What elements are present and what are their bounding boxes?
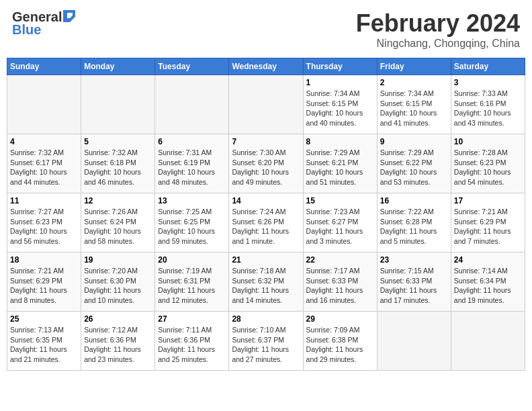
day-number: 10 — [454, 137, 522, 146]
calendar-cell: 4Sunrise: 7:32 AM Sunset: 6:17 PM Daylig… — [7, 134, 81, 193]
calendar-cell: 28Sunrise: 7:10 AM Sunset: 6:37 PM Dayli… — [229, 312, 303, 371]
day-number: 18 — [10, 255, 78, 265]
calendar-cell: 29Sunrise: 7:09 AM Sunset: 6:38 PM Dayli… — [303, 312, 377, 371]
day-info: Sunrise: 7:21 AM Sunset: 6:29 PM Dayligh… — [454, 207, 522, 246]
calendar-cell: 17Sunrise: 7:21 AM Sunset: 6:29 PM Dayli… — [451, 193, 525, 253]
day-number: 14 — [232, 196, 300, 205]
day-number: 26 — [84, 314, 152, 324]
calendar-table: SundayMondayTuesdayWednesdayThursdayFrid… — [7, 58, 525, 371]
header-day-tuesday: Tuesday — [155, 58, 229, 75]
day-number: 15 — [306, 196, 374, 205]
header-day-sunday: Sunday — [7, 58, 81, 75]
header-day-monday: Monday — [81, 58, 155, 75]
calendar-cell: 8Sunrise: 7:29 AM Sunset: 6:21 PM Daylig… — [303, 134, 377, 193]
day-info: Sunrise: 7:24 AM Sunset: 6:26 PM Dayligh… — [232, 207, 300, 246]
calendar-cell: 14Sunrise: 7:24 AM Sunset: 6:26 PM Dayli… — [229, 193, 303, 253]
day-number: 27 — [158, 314, 226, 324]
header-row: SundayMondayTuesdayWednesdayThursdayFrid… — [7, 58, 525, 75]
calendar-cell: 2Sunrise: 7:34 AM Sunset: 6:15 PM Daylig… — [377, 75, 451, 134]
day-number: 20 — [158, 255, 226, 265]
calendar-body: 1Sunrise: 7:34 AM Sunset: 6:15 PM Daylig… — [7, 75, 525, 371]
calendar-cell: 11Sunrise: 7:27 AM Sunset: 6:23 PM Dayli… — [7, 193, 81, 253]
day-info: Sunrise: 7:17 AM Sunset: 6:33 PM Dayligh… — [306, 266, 374, 306]
day-number: 24 — [454, 255, 522, 265]
day-info: Sunrise: 7:32 AM Sunset: 6:18 PM Dayligh… — [84, 148, 152, 187]
logo-blue-text: Blue — [12, 22, 41, 38]
day-info: Sunrise: 7:22 AM Sunset: 6:28 PM Dayligh… — [380, 207, 448, 246]
title-block: February 2024 Ningchang, Chongqing, Chin… — [356, 9, 520, 50]
calendar-cell: 20Sunrise: 7:19 AM Sunset: 6:31 PM Dayli… — [155, 253, 229, 312]
week-row-2: 11Sunrise: 7:27 AM Sunset: 6:23 PM Dayli… — [7, 193, 525, 253]
day-number: 13 — [158, 196, 226, 205]
week-row-4: 25Sunrise: 7:13 AM Sunset: 6:35 PM Dayli… — [7, 312, 525, 371]
calendar-subtitle: Ningchang, Chongqing, China — [356, 38, 520, 50]
day-number: 16 — [380, 196, 448, 205]
day-info: Sunrise: 7:20 AM Sunset: 6:30 PM Dayligh… — [84, 266, 152, 306]
day-number: 7 — [232, 137, 300, 146]
day-number: 4 — [10, 137, 78, 146]
calendar-cell: 18Sunrise: 7:21 AM Sunset: 6:29 PM Dayli… — [7, 253, 81, 312]
calendar-cell — [7, 75, 81, 134]
day-number: 23 — [380, 255, 448, 265]
calendar-cell: 21Sunrise: 7:18 AM Sunset: 6:32 PM Dayli… — [229, 253, 303, 312]
header-day-wednesday: Wednesday — [229, 58, 303, 75]
week-row-1: 4Sunrise: 7:32 AM Sunset: 6:17 PM Daylig… — [7, 134, 525, 193]
day-number: 21 — [232, 255, 300, 265]
calendar-cell: 1Sunrise: 7:34 AM Sunset: 6:15 PM Daylig… — [303, 75, 377, 134]
day-info: Sunrise: 7:18 AM Sunset: 6:32 PM Dayligh… — [232, 266, 300, 306]
week-row-3: 18Sunrise: 7:21 AM Sunset: 6:29 PM Dayli… — [7, 253, 525, 312]
week-row-0: 1Sunrise: 7:34 AM Sunset: 6:15 PM Daylig… — [7, 75, 525, 134]
day-number: 29 — [306, 314, 374, 324]
calendar-cell: 9Sunrise: 7:29 AM Sunset: 6:22 PM Daylig… — [377, 134, 451, 193]
calendar-cell — [377, 312, 451, 371]
day-info: Sunrise: 7:25 AM Sunset: 6:25 PM Dayligh… — [158, 207, 226, 246]
day-info: Sunrise: 7:10 AM Sunset: 6:37 PM Dayligh… — [232, 325, 300, 365]
day-info: Sunrise: 7:32 AM Sunset: 6:17 PM Dayligh… — [10, 148, 78, 187]
day-info: Sunrise: 7:26 AM Sunset: 6:24 PM Dayligh… — [84, 207, 152, 246]
day-info: Sunrise: 7:29 AM Sunset: 6:22 PM Dayligh… — [380, 148, 448, 187]
calendar-cell: 7Sunrise: 7:30 AM Sunset: 6:20 PM Daylig… — [229, 134, 303, 193]
day-info: Sunrise: 7:23 AM Sunset: 6:27 PM Dayligh… — [306, 207, 374, 246]
calendar-cell: 23Sunrise: 7:15 AM Sunset: 6:33 PM Dayli… — [377, 253, 451, 312]
day-info: Sunrise: 7:15 AM Sunset: 6:33 PM Dayligh… — [380, 266, 448, 306]
day-info: Sunrise: 7:30 AM Sunset: 6:20 PM Dayligh… — [232, 148, 300, 187]
day-info: Sunrise: 7:14 AM Sunset: 6:34 PM Dayligh… — [454, 266, 522, 306]
day-number: 5 — [84, 137, 152, 146]
logo-icon — [63, 10, 75, 22]
header-day-thursday: Thursday — [303, 58, 377, 75]
day-info: Sunrise: 7:31 AM Sunset: 6:19 PM Dayligh… — [158, 148, 226, 187]
calendar-cell: 27Sunrise: 7:11 AM Sunset: 6:36 PM Dayli… — [155, 312, 229, 371]
calendar-cell: 6Sunrise: 7:31 AM Sunset: 6:19 PM Daylig… — [155, 134, 229, 193]
day-info: Sunrise: 7:34 AM Sunset: 6:15 PM Dayligh… — [306, 89, 374, 128]
day-number: 12 — [84, 196, 152, 205]
day-info: Sunrise: 7:11 AM Sunset: 6:36 PM Dayligh… — [158, 325, 226, 365]
calendar-cell: 26Sunrise: 7:12 AM Sunset: 6:36 PM Dayli… — [81, 312, 155, 371]
day-number: 9 — [380, 137, 448, 146]
calendar-title: February 2024 — [356, 9, 520, 38]
day-number: 28 — [232, 314, 300, 324]
calendar-cell — [451, 312, 525, 371]
calendar-header: SundayMondayTuesdayWednesdayThursdayFrid… — [7, 58, 525, 75]
calendar-cell — [229, 75, 303, 134]
calendar-cell: 19Sunrise: 7:20 AM Sunset: 6:30 PM Dayli… — [81, 253, 155, 312]
day-info: Sunrise: 7:19 AM Sunset: 6:31 PM Dayligh… — [158, 266, 226, 306]
day-number: 19 — [84, 255, 152, 265]
header-day-friday: Friday — [377, 58, 451, 75]
day-info: Sunrise: 7:33 AM Sunset: 6:16 PM Dayligh… — [454, 89, 522, 128]
calendar-cell: 3Sunrise: 7:33 AM Sunset: 6:16 PM Daylig… — [451, 75, 525, 134]
day-info: Sunrise: 7:34 AM Sunset: 6:15 PM Dayligh… — [380, 89, 448, 128]
calendar-cell: 5Sunrise: 7:32 AM Sunset: 6:18 PM Daylig… — [81, 134, 155, 193]
day-info: Sunrise: 7:13 AM Sunset: 6:35 PM Dayligh… — [10, 325, 78, 365]
day-number: 22 — [306, 255, 374, 265]
calendar-cell: 12Sunrise: 7:26 AM Sunset: 6:24 PM Dayli… — [81, 193, 155, 253]
calendar-cell — [155, 75, 229, 134]
calendar-cell: 22Sunrise: 7:17 AM Sunset: 6:33 PM Dayli… — [303, 253, 377, 312]
day-info: Sunrise: 7:21 AM Sunset: 6:29 PM Dayligh… — [10, 266, 78, 306]
day-number: 3 — [454, 78, 522, 87]
day-number: 2 — [380, 78, 448, 87]
calendar-cell: 24Sunrise: 7:14 AM Sunset: 6:34 PM Dayli… — [451, 253, 525, 312]
calendar-cell — [81, 75, 155, 134]
day-info: Sunrise: 7:12 AM Sunset: 6:36 PM Dayligh… — [84, 325, 152, 365]
day-number: 8 — [306, 137, 374, 146]
day-info: Sunrise: 7:28 AM Sunset: 6:23 PM Dayligh… — [454, 148, 522, 187]
